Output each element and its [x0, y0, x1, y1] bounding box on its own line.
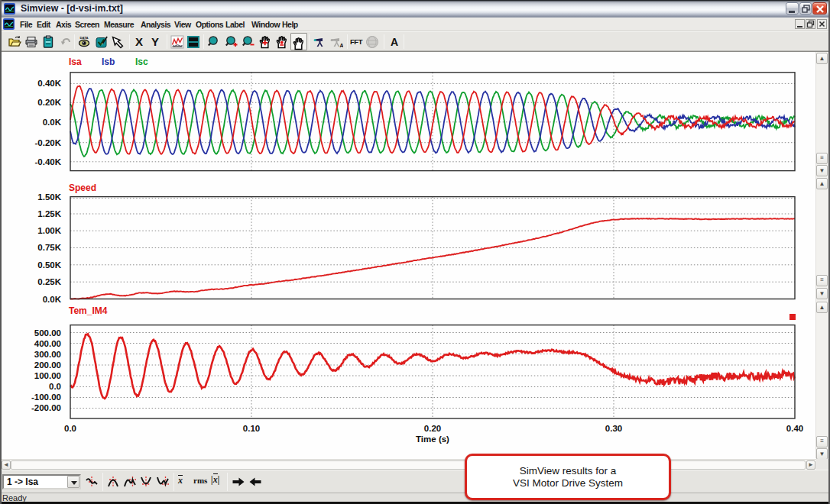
svg-text:A: A [391, 36, 398, 48]
svg-text:0.20: 0.20 [424, 424, 441, 433]
svg-text:-0.20K: -0.20K [34, 138, 61, 147]
svg-text:0.0: 0.0 [49, 382, 61, 391]
svg-text:0.30: 0.30 [605, 424, 622, 433]
svg-text:300.00: 300.00 [34, 350, 61, 359]
svg-text:-100.00: -100.00 [31, 393, 61, 402]
svg-text:200.00: 200.00 [34, 360, 61, 370]
svg-text:Y: Y [151, 35, 159, 48]
svg-text:0.0: 0.0 [64, 424, 76, 433]
svg-text:0.50K: 0.50K [37, 260, 61, 270]
svg-text:0.0K: 0.0K [43, 118, 62, 127]
svg-text:X: X [135, 35, 143, 48]
svg-text:0.40K: 0.40K [37, 79, 61, 88]
svg-text:0.20K: 0.20K [37, 98, 61, 107]
svg-text:0.75K: 0.75K [37, 243, 61, 252]
svg-text:400.00: 400.00 [34, 339, 61, 348]
svg-text:0.40: 0.40 [786, 424, 803, 433]
svg-text:1.00K: 1.00K [37, 226, 61, 235]
svg-text:1.25K: 1.25K [37, 209, 61, 218]
svg-text:-200.00: -200.00 [31, 403, 61, 412]
svg-text:DATA: DATA [79, 36, 88, 40]
svg-text:0.10: 0.10 [243, 424, 260, 433]
svg-text:100.00: 100.00 [34, 371, 61, 380]
svg-text:500.00: 500.00 [34, 328, 61, 338]
svg-text:A: A [340, 43, 344, 48]
svg-text:-0.40K: -0.40K [34, 157, 61, 166]
svg-text:0.25K: 0.25K [37, 277, 61, 286]
svg-text:FFT: FFT [350, 37, 363, 46]
svg-text:0.0K: 0.0K [43, 295, 62, 304]
svg-text:Time (s): Time (s) [416, 435, 449, 444]
svg-text:1.50K: 1.50K [37, 192, 61, 202]
